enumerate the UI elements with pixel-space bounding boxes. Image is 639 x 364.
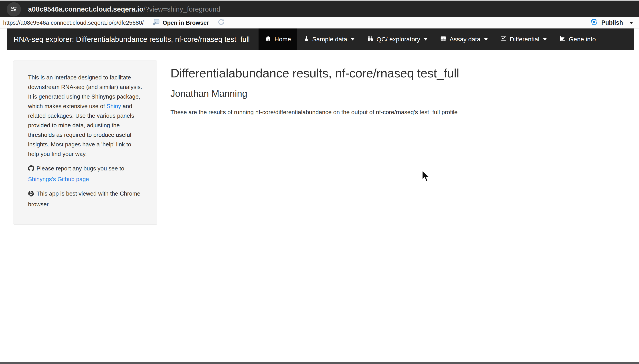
nav-item-label: Sample data <box>312 36 347 43</box>
chrome-icon <box>28 190 34 200</box>
site-settings-button[interactable] <box>7 2 21 16</box>
github-page-link[interactable]: Shinyngs's Github page <box>28 176 89 182</box>
window-bottom-edge <box>0 362 639 364</box>
nav-item-label: Gene info <box>569 36 596 43</box>
publish-label: Publish <box>601 19 623 26</box>
refresh-icon <box>217 18 225 28</box>
nav-item-gene-info[interactable]: Gene info <box>553 28 602 50</box>
nav-item-label: Assay data <box>450 36 480 43</box>
nav-items: Home Sample data QC/ explorat <box>258 28 602 50</box>
app-navbar: RNA-seq explorer: Differentialabundance … <box>7 28 634 50</box>
deployed-url: https://a08c9546a.connect.cloud.seqera.i… <box>3 19 144 26</box>
chevron-down-icon <box>484 38 488 40</box>
chart-bar-horizontal-icon <box>559 35 566 44</box>
chrome-note-text: This app is best viewed with the Chrome … <box>28 190 140 208</box>
address-query: /?view=shiny_foreground <box>144 5 220 13</box>
chevron-down-icon <box>424 38 428 40</box>
publish-icon <box>590 18 598 28</box>
nav-item-label: Differential <box>510 36 539 43</box>
app-title: RNA-seq explorer: Differentialabundance … <box>7 28 258 50</box>
intro-text-continued: and related packages. Use the various pa… <box>28 103 134 157</box>
page-author: Jonathan Manning <box>170 88 518 99</box>
mouse-cursor <box>421 170 433 184</box>
home-icon <box>265 35 272 44</box>
page-title: Differentialabundance results, nf-core/r… <box>170 66 518 80</box>
shiny-link[interactable]: Shiny <box>106 103 121 110</box>
github-icon <box>28 165 34 174</box>
publish-button[interactable]: Publish <box>590 18 633 28</box>
address-bar[interactable]: a08c9546a.connect.cloud.seqera.io/?view=… <box>28 5 220 13</box>
chevron-down-icon <box>543 38 547 40</box>
open-in-browser-button[interactable]: Open in Browser <box>152 18 209 27</box>
nav-item-sample-data[interactable]: Sample data <box>297 28 361 50</box>
open-in-browser-icon <box>152 18 160 27</box>
bug-report-text: Please report any bugs you see to <box>36 165 124 172</box>
refresh-button[interactable] <box>217 18 225 28</box>
nav-item-assay-data[interactable]: Assay data <box>434 28 494 50</box>
nav-item-differential[interactable]: Differential <box>494 28 553 50</box>
table-icon <box>440 35 446 44</box>
nav-item-qc-exploratory[interactable]: QC/ exploratory <box>361 28 434 50</box>
toolbar-divider <box>148 20 148 26</box>
chrome-note-paragraph: This app is best viewed with the Chrome … <box>28 189 143 209</box>
nav-item-label: QC/ exploratory <box>376 36 420 43</box>
main-content: Differentialabundance results, nf-core/r… <box>170 66 518 116</box>
nav-item-label: Home <box>274 36 291 43</box>
flask-icon <box>304 35 309 44</box>
connect-toolbar: https://a08c9546a.connect.cloud.seqera.i… <box>0 17 639 28</box>
nav-item-home[interactable]: Home <box>258 28 297 50</box>
open-in-browser-label: Open in Browser <box>163 19 209 26</box>
sliders-icon <box>10 5 18 14</box>
binoculars-icon <box>367 35 374 44</box>
page-description: These are the results of running nf-core… <box>170 109 518 116</box>
bug-report-paragraph: Please report any bugs you see to Shinyn… <box>28 164 143 184</box>
address-host: a08c9546a.connect.cloud.seqera.io <box>28 5 144 13</box>
chart-line-icon <box>500 35 507 44</box>
chevron-down-icon <box>351 38 354 40</box>
intro-paragraph: This is an interface designed to facilit… <box>28 73 143 159</box>
chevron-down-icon[interactable] <box>629 22 633 24</box>
intro-panel: This is an interface designed to facilit… <box>13 60 157 225</box>
browser-titlebar: a08c9546a.connect.cloud.seqera.io/?view=… <box>0 1 639 17</box>
toolbar-divider <box>213 20 213 26</box>
